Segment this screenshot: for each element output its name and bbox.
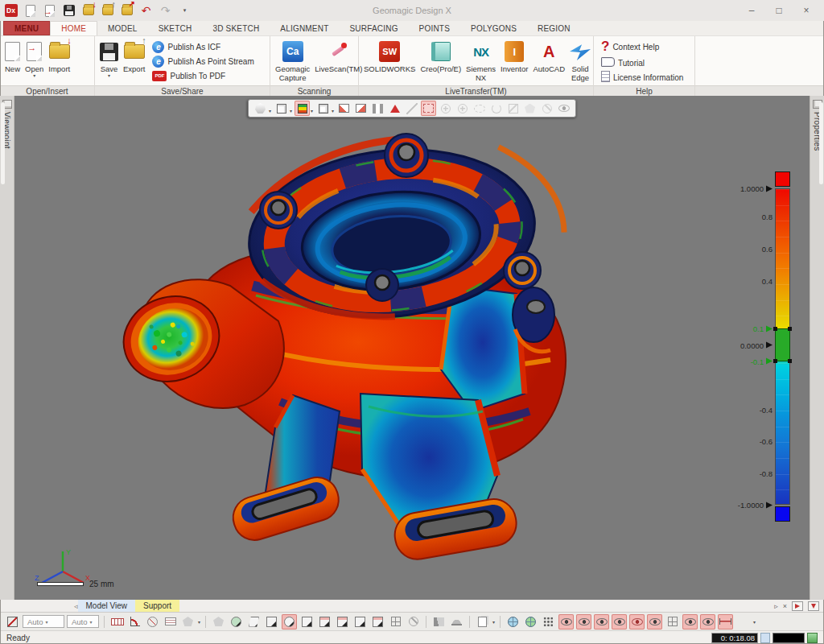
ribbon-button-new[interactable]: New — [2, 38, 23, 74]
scale-tolerance-zone[interactable] — [775, 328, 790, 361]
measure-shape[interactable] — [180, 614, 196, 630]
ribbon-button-export[interactable]: ↑Export — [121, 38, 147, 74]
selection-filter-2[interactable]: Auto▾ — [67, 615, 99, 628]
tab-model[interactable]: MODEL — [97, 21, 148, 35]
floppy-button[interactable] — [62, 3, 76, 18]
tab-points[interactable]: POINTS — [409, 21, 460, 35]
black-marker-icon[interactable] — [766, 502, 772, 508]
measure-angle[interactable] — [127, 614, 142, 630]
flip-normal[interactable] — [431, 614, 447, 630]
folder-scan-button[interactable]: ↗ — [120, 3, 134, 18]
show-curve[interactable] — [612, 614, 627, 630]
show-sketch[interactable] — [594, 614, 609, 630]
qat-caret-button[interactable]: ▾ — [178, 3, 192, 18]
tab-3d-sketch[interactable]: 3D SKETCH — [202, 21, 270, 35]
select-through-1[interactable] — [352, 614, 368, 630]
view-textured[interactable] — [523, 614, 538, 630]
ribbon-button-siemens-nx[interactable]: NXSiemens NX — [464, 38, 498, 82]
show-axis[interactable] — [700, 614, 715, 630]
section-plane[interactable] — [336, 101, 352, 116]
ribbon-menu-publish-as-point-stream[interactable]: ePublish As Point Stream — [152, 56, 253, 68]
ribbon-menu-publish-to-pdf[interactable]: PDFPublish To PDF — [152, 70, 253, 81]
select-through-2[interactable] — [370, 614, 385, 630]
show-dimension[interactable] — [718, 614, 733, 630]
more-toggles[interactable] — [735, 614, 751, 630]
page-open-button[interactable]: → — [43, 3, 56, 18]
undo-button[interactable]: ↶ — [139, 3, 153, 18]
close-icon[interactable]: × — [798, 5, 814, 16]
tab-surfacing[interactable]: SURFACING — [339, 21, 408, 35]
select-rectangle[interactable] — [264, 614, 279, 630]
tab-alignment[interactable]: ALIGNMENT — [270, 21, 339, 35]
deviation-model[interactable] — [95, 128, 610, 600]
display-edge-cube[interactable] — [315, 101, 331, 116]
exploded-view[interactable] — [387, 101, 402, 116]
show-region[interactable] — [576, 614, 591, 630]
view-tab-model-view[interactable]: Model View — [78, 600, 136, 612]
view-points[interactable] — [541, 614, 556, 630]
ribbon-button-solidworks[interactable]: SWSOLIDWORKS — [361, 38, 418, 74]
timer-run-button[interactable] — [807, 633, 818, 643]
display-colormap-cube[interactable] — [295, 101, 310, 116]
display-wire-cube[interactable] — [274, 101, 289, 116]
ribbon-button-creo-pro-e[interactable]: Creo(Pro/E) — [418, 38, 464, 74]
maximize-icon[interactable]: □ — [771, 5, 787, 16]
display-polygon[interactable] — [253, 101, 268, 116]
fit-normal[interactable] — [449, 614, 464, 630]
ribbon-menu-license-information[interactable]: License Information — [601, 71, 683, 84]
snap-pick[interactable] — [406, 614, 421, 630]
minimize-icon[interactable]: – — [744, 5, 760, 16]
tolerance-handle[interactable] — [773, 359, 777, 363]
copy-image[interactable] — [475, 614, 490, 630]
show-plane[interactable] — [647, 614, 662, 630]
tab-home[interactable]: HOME — [50, 21, 97, 35]
show-surface[interactable] — [629, 614, 645, 630]
select-sphere[interactable] — [229, 614, 244, 630]
green-marker-icon[interactable] — [766, 325, 772, 332]
select-rectangle-mode[interactable] — [421, 101, 436, 116]
black-marker-icon[interactable] — [766, 342, 772, 349]
select-front-1[interactable] — [317, 614, 332, 630]
select-lasso[interactable] — [211, 614, 226, 630]
tab-scroll-right-icon[interactable]: ▹ — [774, 602, 778, 610]
tab-polygons[interactable]: POLYGONS — [460, 21, 527, 35]
properties-panel[interactable]: Properties — [810, 96, 824, 600]
tolerance-handle[interactable] — [773, 327, 777, 331]
tab-close-icon[interactable]: × — [783, 602, 787, 610]
ribbon-button-geomagic-capture[interactable]: CaGeomagic Capture — [273, 38, 312, 82]
section-half[interactable] — [353, 101, 369, 116]
ribbon-button-save[interactable]: Save▾ — [97, 38, 121, 78]
page-button[interactable] — [23, 3, 37, 18]
ribbon-button-inventor[interactable]: IInventor — [498, 38, 530, 74]
ribbon-button-autocad[interactable]: AAutoCAD — [530, 38, 567, 74]
tolerance-handle[interactable] — [788, 359, 792, 363]
viewpoint-panel[interactable]: Viewpoint — [0, 96, 14, 600]
green-marker-icon[interactable] — [766, 358, 772, 365]
select-plane[interactable] — [246, 614, 262, 630]
selection-filter-1[interactable]: Auto▾ — [23, 615, 64, 628]
tab-region[interactable]: REGION — [527, 21, 581, 35]
tolerance-handle[interactable] — [788, 327, 792, 331]
tab-sketch[interactable]: SKETCH — [148, 21, 203, 35]
ribbon-button-import[interactable]: ↓Import — [46, 38, 72, 74]
folder-open-button[interactable]: ↑ — [101, 3, 114, 18]
show-window[interactable] — [665, 614, 680, 630]
select-window[interactable] — [388, 614, 403, 630]
measure-distance[interactable] — [109, 614, 125, 630]
show-polyline[interactable] — [682, 614, 698, 630]
select-front-2[interactable] — [335, 614, 350, 630]
tab-menu[interactable]: MENU — [3, 21, 50, 35]
timer-caret-icon[interactable] — [760, 633, 770, 643]
ribbon-menu-publish-as-icf[interactable]: ePublish As ICF — [152, 41, 253, 53]
tab-next-icon[interactable] — [792, 601, 803, 611]
ribbon-button-solid-edge[interactable]: Solid Edge — [567, 38, 593, 82]
view-tab-support[interactable]: Support — [135, 600, 179, 612]
ribbon-button-open[interactable]: →Open▾ — [23, 38, 46, 78]
ribbon-button-livescan-tm[interactable]: LiveScan(TM) — [312, 38, 365, 74]
tab-menu-icon[interactable] — [808, 601, 819, 611]
crop-region[interactable] — [5, 614, 20, 630]
measure-section[interactable] — [163, 614, 178, 630]
select-circle[interactable] — [282, 614, 297, 630]
folder-import-button[interactable]: ↓ — [81, 3, 95, 18]
measure-radius[interactable] — [145, 614, 160, 630]
